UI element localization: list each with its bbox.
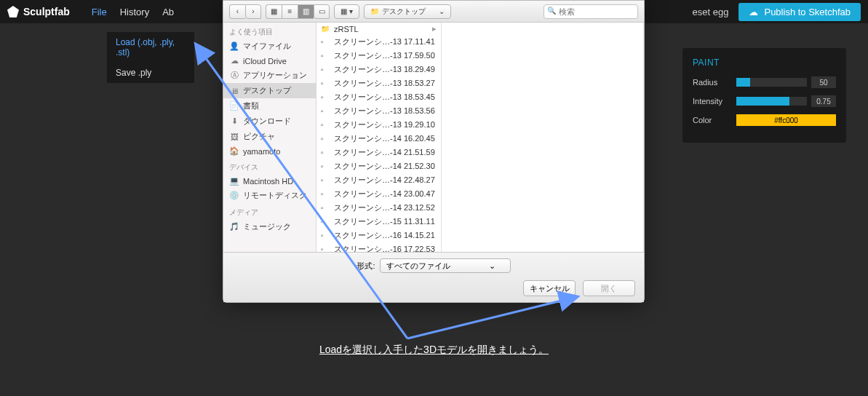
file-row[interactable]: ▫︎スクリーンシ…-13 17.11.41 (316, 35, 441, 49)
sidebar-item-icon: ☁︎ (229, 56, 239, 66)
nav-forward-button[interactable]: › (245, 4, 261, 19)
radius-value[interactable]: 50 (811, 76, 836, 88)
file-icon: ▫︎ (321, 162, 331, 170)
file-row[interactable]: ▫︎スクリーンシ…-14 23.12.52 (316, 201, 441, 215)
sidebar-item[interactable]: 🎵ミュージック (223, 219, 316, 234)
format-select[interactable]: すべてのファイル ⌄ (380, 258, 511, 273)
file-name: スクリーンシ…-14 23.00.47 (334, 189, 435, 199)
sidebar-group-head: よく使う項目 (223, 23, 316, 39)
sidebar-item-label: デスクトップ (243, 85, 291, 96)
view-mode-segment: ▦ ≡ ▥ ▭ (266, 4, 330, 19)
view-icons-button[interactable]: ▦ (266, 4, 282, 19)
file-name: スクリーンシ…-16 17.22.53 (334, 244, 435, 252)
paint-title: PAINT (693, 58, 836, 68)
file-name: スクリーンシ…-16 14.15.21 (334, 230, 435, 241)
file-name: スクリーンシ…-14 22.48.27 (334, 175, 435, 186)
sidebar-item[interactable]: 💿リモートディスク (223, 188, 316, 203)
sidebar-item-icon: 💿 (229, 191, 239, 200)
file-column-2 (442, 23, 644, 252)
file-row[interactable]: ▫︎スクリーンシ…-13 18.53.45 (316, 90, 441, 104)
sidebar-item[interactable]: 🖼ピクチャ (223, 129, 316, 144)
sidebar-item[interactable]: ☁︎iCloud Drive (223, 54, 316, 68)
path-label: デスクトップ (382, 7, 426, 17)
file-row[interactable]: ▫︎スクリーンシ…-14 23.00.47 (316, 187, 441, 201)
file-row[interactable]: ▫︎スクリーンシ…-15 11.31.11 (316, 215, 441, 229)
file-row[interactable]: 📁zRSTL▸ (316, 23, 441, 35)
file-row[interactable]: ▫︎スクリーンシ…-13 18.29.49 (316, 63, 441, 76)
arrange-button[interactable]: ▦ ▾ (334, 4, 359, 19)
file-row[interactable]: ▫︎スクリーンシ…-14 21.52.30 (316, 159, 441, 173)
sidebar-group-head: デバイス (223, 158, 316, 174)
chevron-updown-icon: ⌄ (439, 7, 445, 15)
file-row[interactable]: ▫︎スクリーンシ…-14 16.20.45 (316, 132, 441, 146)
sidebar-item-label: iCloud Drive (243, 57, 287, 66)
view-list-button[interactable]: ≡ (282, 4, 298, 19)
chevron-right-icon: ▸ (432, 24, 437, 33)
file-name: スクリーンシ…-13 18.53.45 (334, 92, 435, 103)
file-row[interactable]: ▫︎スクリーンシ…-13 18.53.56 (316, 104, 441, 118)
file-row[interactable]: ▫︎スクリーンシ…-13 17.59.50 (316, 49, 441, 63)
menu-file[interactable]: File (92, 7, 107, 17)
sidebar-item-icon: Ⓐ (229, 70, 239, 81)
file-row[interactable]: ▫︎スクリーンシ…-14 21.51.59 (316, 146, 441, 159)
sidebar-item-label: マイファイル (243, 41, 291, 52)
file-name: スクリーンシ…-13 18.53.27 (334, 78, 435, 89)
intensity-slider[interactable] (736, 97, 807, 106)
path-popup[interactable]: 📁デスクトップ ⌄ (364, 4, 451, 19)
file-name: スクリーンシ…-15 11.31.11 (334, 216, 435, 227)
sidebar-item[interactable]: 🏠yamamoto (223, 144, 316, 158)
sidebar-item-label: ダウンロード (243, 116, 291, 127)
file-icon: ▫︎ (321, 38, 331, 46)
view-gallery-button[interactable]: ▭ (314, 4, 330, 19)
sidebar-item-icon: 📄 (229, 101, 239, 111)
menu-about[interactable]: Ab (162, 7, 174, 17)
sidebar-item[interactable]: Ⓐアプリケーション (223, 68, 316, 83)
file-dropdown: Load (.obj, .ply, .stl) Save .ply (107, 32, 194, 83)
reset-link[interactable]: eset egg (693, 7, 729, 17)
open-button[interactable]: 開く (583, 280, 635, 296)
sidebar-item-label: Macintosh HD (243, 177, 293, 186)
color-label: Color (693, 116, 736, 124)
instruction-caption: Loadを選択し入手した3Dモデルを開きましょう。 (0, 344, 868, 357)
file-icon: ▫︎ (321, 66, 331, 74)
file-save-item[interactable]: Save .ply (107, 63, 194, 83)
file-row[interactable]: ▫︎スクリーンシ…-14 22.48.27 (316, 173, 441, 187)
file-name: スクリーンシ…-13 17.11.41 (334, 36, 435, 47)
file-load-item[interactable]: Load (.obj, .ply, .stl) (107, 32, 194, 63)
file-row[interactable]: ▫︎スクリーンシ…-13 19.29.10 (316, 118, 441, 132)
file-row[interactable]: ▫︎スクリーンシ…-13 18.53.27 (316, 76, 441, 90)
nav-back-button[interactable]: ‹ (229, 4, 245, 19)
sidebar-item-label: 書類 (243, 100, 259, 111)
color-swatch[interactable]: #ffc000 (736, 114, 836, 126)
sidebar-item-icon: 🎵 (229, 222, 239, 231)
sidebar-item-icon: 💻 (229, 176, 239, 186)
sidebar-item-label: yamamoto (243, 147, 280, 156)
search-input[interactable] (544, 4, 638, 19)
intensity-value[interactable]: 0.75 (811, 95, 836, 107)
sidebar-item[interactable]: 🖥デスクトップ (223, 83, 316, 98)
menu-history[interactable]: History (120, 7, 149, 17)
file-icon: ▫︎ (321, 79, 331, 87)
radius-slider[interactable] (736, 78, 807, 87)
view-columns-button[interactable]: ▥ (298, 4, 314, 19)
sidebar-item[interactable]: ⬇︎ダウンロード (223, 114, 316, 129)
radius-label: Radius (693, 78, 736, 87)
cancel-button[interactable]: キャンセル (523, 280, 576, 296)
publish-button[interactable]: ☁︎ Publish to Sketchfab (738, 3, 861, 21)
file-name: スクリーンシ…-14 21.51.59 (334, 147, 435, 158)
file-icon: ▫︎ (321, 107, 331, 115)
sidebar-item-label: ピクチャ (243, 131, 275, 142)
format-label: 形式: (357, 261, 375, 272)
sidebar-item[interactable]: 📄書類 (223, 98, 316, 114)
file-row[interactable]: ▫︎スクリーンシ…-16 17.22.53 (316, 242, 441, 252)
file-name: スクリーンシ…-14 16.20.45 (334, 133, 435, 144)
file-icon: 📁 (321, 25, 331, 33)
file-icon: ▫︎ (321, 93, 331, 101)
sidebar-item[interactable]: 💻Macintosh HD (223, 174, 316, 188)
file-icon: ▫︎ (321, 176, 331, 184)
file-icon: ▫︎ (321, 121, 331, 129)
sidebar-item-icon: 👤 (229, 41, 239, 51)
folder-icon: 📁 (370, 7, 379, 15)
file-row[interactable]: ▫︎スクリーンシ…-16 14.15.21 (316, 229, 441, 242)
sidebar-item[interactable]: 👤マイファイル (223, 39, 316, 54)
